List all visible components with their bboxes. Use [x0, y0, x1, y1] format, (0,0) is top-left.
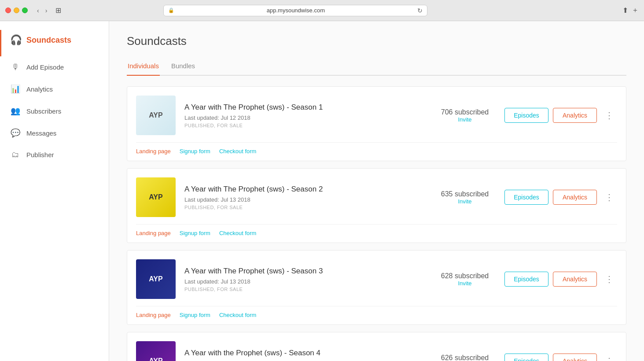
forward-button[interactable]: ›	[43, 6, 50, 15]
back-button[interactable]: ‹	[35, 6, 41, 15]
soundcast-list: AYP A Year with The Prophet (sws) - Seas…	[127, 86, 626, 361]
main-content: Soundcasts Individuals Bundles AYP A Yea…	[109, 21, 644, 361]
card-top-row: AYP A Year with The Prophet (sws) - Seas…	[136, 96, 617, 142]
minimize-traffic-light[interactable]	[14, 7, 19, 13]
sidebar-item-subscribers[interactable]: 👥 Subscribers	[0, 100, 109, 122]
analytics-button[interactable]: Analytics	[553, 190, 597, 205]
microphone-icon: 🎙	[11, 63, 20, 72]
card-info: A Year with The Prophet (sws) - Season 1…	[184, 103, 425, 128]
thumb-label: AYP	[149, 357, 162, 361]
card-link[interactable]: Signup form	[180, 230, 210, 236]
invite-link[interactable]: Invite	[434, 280, 496, 287]
card-link[interactable]: Checkout form	[219, 312, 257, 318]
share-button[interactable]: ⬆	[622, 6, 628, 15]
card-actions: Episodes Analytics ⋮	[504, 354, 617, 361]
thumb-label: AYP	[149, 193, 162, 201]
episodes-button[interactable]: Episodes	[504, 108, 548, 123]
card-actions: Episodes Analytics ⋮	[504, 190, 617, 205]
card-stats: 706 subscribed Invite	[434, 108, 496, 123]
card-thumbnail: AYP	[136, 96, 176, 135]
page-title: Soundcasts	[127, 34, 626, 48]
card-top-row: AYP A Year with The Prophet (sws) - Seas…	[136, 177, 617, 224]
sidebar-item-analytics[interactable]: 📊 Analytics	[0, 78, 109, 100]
more-options-button[interactable]: ⋮	[601, 273, 617, 285]
stats-subscribed: 626 subscribed	[434, 354, 496, 361]
episodes-button[interactable]: Episodes	[504, 272, 548, 287]
thumb-label: AYP	[149, 111, 162, 119]
card-title: A Year with The Prophet (sws) - Season 1	[184, 103, 425, 112]
card-status: PUBLISHED, FOR SALE	[184, 123, 425, 128]
episodes-button[interactable]: Episodes	[504, 354, 548, 361]
tab-individuals[interactable]: Individuals	[127, 59, 160, 76]
invite-link[interactable]: Invite	[434, 198, 496, 205]
messages-icon: 💬	[11, 128, 20, 138]
card-updated: Last updated: Jul 12 2018	[184, 114, 425, 121]
card-link[interactable]: Checkout form	[219, 148, 257, 155]
fullscreen-traffic-light[interactable]	[22, 7, 28, 13]
traffic-lights	[5, 7, 28, 13]
sidebar-label-messages: Messages	[26, 129, 56, 137]
sidebar-label-analytics: Analytics	[26, 85, 53, 93]
browser-action-buttons: ⬆ ＋	[622, 6, 639, 15]
card-link[interactable]: Landing page	[136, 312, 171, 318]
card-stats: 635 subscribed Invite	[434, 190, 496, 205]
sidebar-item-add-episode[interactable]: 🎙 Add Episode	[0, 56, 109, 78]
soundcast-card-season3: AYP A Year with The Prophet (sws) - Seas…	[127, 250, 626, 325]
more-options-button[interactable]: ⋮	[601, 109, 617, 122]
card-thumbnail: AYP	[136, 341, 176, 361]
episodes-button[interactable]: Episodes	[504, 190, 548, 205]
app-container: 🎧 Soundcasts 🎙 Add Episode 📊 Analytics 👥…	[0, 21, 644, 361]
tab-bundles[interactable]: Bundles	[170, 59, 196, 76]
card-stats: 626 subscribed Invite	[434, 354, 496, 361]
card-thumbnail: AYP	[136, 259, 176, 299]
stats-subscribed: 628 subscribed	[434, 272, 496, 280]
soundcast-card-season4: AYP A Year with the Prophet (sws) - Seas…	[127, 332, 626, 361]
analytics-button[interactable]: Analytics	[553, 272, 597, 287]
card-info: A Year with The Prophet (sws) - Season 3…	[184, 267, 425, 292]
stats-subscribed: 706 subscribed	[434, 108, 496, 116]
soundcast-card-season1: AYP A Year with The Prophet (sws) - Seas…	[127, 86, 626, 161]
soundcast-card-season2: AYP A Year with The Prophet (sws) - Seas…	[127, 168, 626, 243]
sidebar-toggle-button[interactable]: ⊞	[53, 5, 64, 15]
sidebar-label-publisher: Publisher	[26, 151, 54, 158]
card-status: PUBLISHED, FOR SALE	[184, 287, 425, 292]
card-links: Landing pageSignup formCheckout form	[136, 142, 617, 161]
stats-subscribed: 635 subscribed	[434, 190, 496, 198]
more-options-button[interactable]: ⋮	[601, 355, 617, 361]
brand-name: Soundcasts	[26, 36, 71, 45]
card-info: A Year with The Prophet (sws) - Season 2…	[184, 185, 425, 210]
headphone-icon: 🎧	[10, 34, 22, 46]
analytics-button[interactable]: Analytics	[553, 354, 597, 361]
url-bar[interactable]: 🔒 app.mysoundwise.com ↻	[163, 5, 427, 16]
card-link[interactable]: Checkout form	[219, 230, 257, 236]
invite-link[interactable]: Invite	[434, 116, 496, 123]
card-title: A Year with The Prophet (sws) - Season 3	[184, 267, 425, 276]
thumb-label: AYP	[149, 275, 162, 283]
card-status: PUBLISHED, FOR SALE	[184, 205, 425, 210]
tabs-bar: Individuals Bundles	[127, 59, 626, 76]
brand[interactable]: 🎧 Soundcasts	[0, 30, 109, 56]
close-traffic-light[interactable]	[5, 7, 11, 13]
reload-button[interactable]: ↻	[417, 7, 423, 14]
card-actions: Episodes Analytics ⋮	[504, 108, 617, 123]
card-links: Landing pageSignup formCheckout form	[136, 306, 617, 324]
analytics-button[interactable]: Analytics	[553, 108, 597, 123]
card-top-row: AYP A Year with The Prophet (sws) - Seas…	[136, 259, 617, 306]
more-options-button[interactable]: ⋮	[601, 191, 617, 203]
card-link[interactable]: Landing page	[136, 148, 171, 155]
sidebar-item-messages[interactable]: 💬 Messages	[0, 122, 109, 144]
card-link[interactable]: Signup form	[180, 312, 210, 318]
card-info: A Year with the Prophet (sws) - Season 4…	[184, 349, 425, 361]
new-tab-button[interactable]: ＋	[632, 6, 639, 15]
card-updated: Last updated: Jul 13 2018	[184, 278, 425, 285]
analytics-icon: 📊	[11, 84, 20, 94]
browser-chrome: ‹ › ⊞ 🔒 app.mysoundwise.com ↻ ⬆ ＋	[0, 0, 644, 21]
card-updated: Last updated: Jul 13 2018	[184, 196, 425, 203]
card-link[interactable]: Signup form	[180, 148, 210, 155]
card-stats: 628 subscribed Invite	[434, 272, 496, 287]
card-link[interactable]: Landing page	[136, 230, 171, 236]
sidebar: 🎧 Soundcasts 🎙 Add Episode 📊 Analytics 👥…	[0, 21, 109, 361]
lock-icon: 🔒	[168, 7, 174, 13]
sidebar-item-publisher[interactable]: 🗂 Publisher	[0, 144, 109, 166]
card-title: A Year with the Prophet (sws) - Season 4	[184, 349, 425, 357]
